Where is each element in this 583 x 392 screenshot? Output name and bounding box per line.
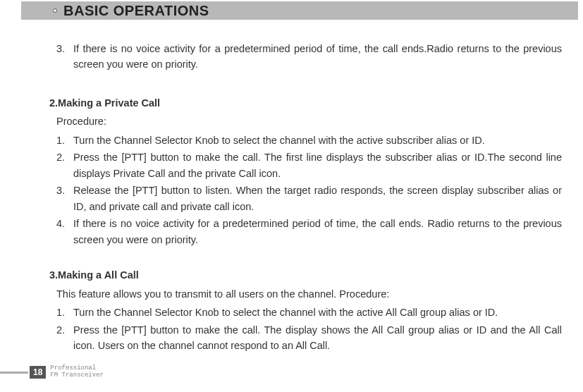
item-number: 1. — [56, 133, 73, 148]
header-title: BASIC OPERATIONS — [63, 3, 209, 19]
item-text: If there is no voice activity for a pred… — [73, 41, 562, 73]
list-item: 3. Release the [PTT] button to listen. W… — [56, 183, 562, 214]
section-title: 3.Making a All Call — [49, 267, 562, 283]
item-number: 4. — [56, 216, 73, 247]
bullet-icon — [53, 8, 57, 13]
page-footer: 18 Professional FM Transceiver — [0, 365, 104, 379]
list-item: 1. Turn the Channel Selector Knob to sel… — [56, 305, 562, 320]
list-item: 2. Press the [PTT] button to make the ca… — [56, 149, 562, 181]
item-text: Turn the Channel Selector Knob to select… — [73, 133, 562, 148]
item-number: 2. — [56, 149, 73, 181]
item-number: 3. — [56, 41, 73, 73]
page-content: 3. If there is no voice activity for a p… — [0, 20, 583, 354]
item-text: Turn the Channel Selector Knob to select… — [73, 305, 562, 320]
footer-line — [0, 372, 28, 374]
section-all-call: 3.Making a All Call This feature allows … — [56, 267, 562, 353]
list-item: 2. Press the [PTT] button to make the ca… — [56, 322, 562, 354]
item-text: Press the [PTT] button to make the call.… — [73, 149, 562, 181]
footer-line2: FM Transceiver — [50, 372, 104, 379]
section-private-call: 2.Making a Private Call Procedure: 1. Tu… — [56, 95, 562, 247]
item-text: Press the [PTT] button to make the call.… — [73, 322, 562, 354]
item-text: If there is no voice activity for a pred… — [73, 216, 562, 247]
item-number: 2. — [56, 322, 73, 354]
page-number: 18 — [30, 366, 46, 379]
item-number: 1. — [56, 305, 73, 320]
item-number: 3. — [56, 183, 73, 214]
footer-text: Professional FM Transceiver — [50, 365, 104, 379]
list-item: 3. If there is no voice activity for a p… — [56, 41, 562, 73]
list-item: 4. If there is no voice activity for a p… — [56, 216, 562, 247]
list-item: 1. Turn the Channel Selector Knob to sel… — [56, 133, 562, 148]
section-intro: This feature allows you to transmit to a… — [56, 286, 562, 302]
section-header: BASIC OPERATIONS — [21, 1, 578, 20]
section-intro: Procedure: — [56, 114, 562, 129]
section-title: 2.Making a Private Call — [49, 95, 562, 111]
item-text: Release the [PTT] button to listen. When… — [73, 183, 562, 214]
